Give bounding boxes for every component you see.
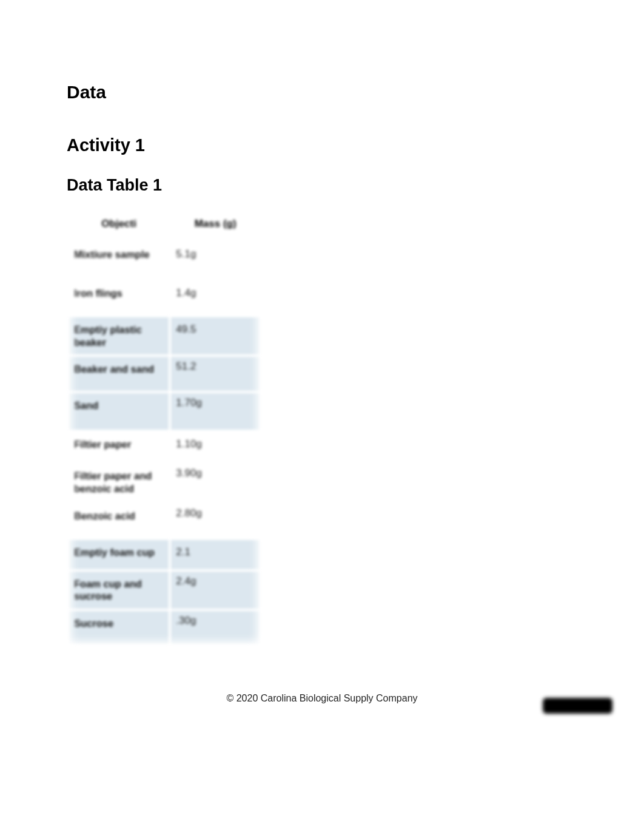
page-content: Data Activity 1 Data Table 1 Objecti Mas… xyxy=(0,0,644,646)
row-value: 2.4g xyxy=(171,572,260,609)
table-row: Foam cup and sucrose2.4g xyxy=(69,572,260,609)
table-body: Mixtiure sample5.1gIron flings1.4gEmptiy… xyxy=(69,242,260,644)
table-row: Filtier paper1.10g xyxy=(69,432,260,461)
table-row: Sucrose.30g xyxy=(69,611,260,644)
row-label: Filtier paper and benzoic acid xyxy=(69,464,169,501)
row-label: Mixtiure sample xyxy=(69,242,169,279)
table-row: Benzoic acid2.80g xyxy=(69,504,260,538)
row-value: 2.80g xyxy=(171,504,260,538)
table-row: Filtier paper and benzoic acid3.90g xyxy=(69,464,260,501)
row-label: Sand xyxy=(69,393,169,430)
row-label: Emptiy plastic beaker xyxy=(69,317,169,354)
row-label: Emptiy foam cup xyxy=(69,540,169,569)
row-value: .30g xyxy=(171,611,260,644)
row-label: Iron flings xyxy=(69,281,169,315)
redaction-box xyxy=(543,698,612,714)
row-value: 1.10g xyxy=(171,432,260,461)
row-value: 51.2 xyxy=(171,357,260,391)
table-row: Mixtiure sample5.1g xyxy=(69,242,260,279)
table-row: Beaker and sand51.2 xyxy=(69,357,260,391)
row-label: Sucrose xyxy=(69,611,169,644)
row-value: 49.5 xyxy=(171,317,260,354)
row-value: 3.90g xyxy=(171,464,260,501)
row-label: Beaker and sand xyxy=(69,357,169,391)
heading-table-title: Data Table 1 xyxy=(67,176,577,195)
row-label: Filtier paper xyxy=(69,432,169,461)
table-row: Iron flings1.4g xyxy=(69,281,260,315)
col-header-mass: Mass (g) xyxy=(171,208,260,240)
data-table: Objecti Mass (g) Mixtiure sample5.1gIron… xyxy=(67,206,262,646)
heading-data: Data xyxy=(67,82,577,103)
table-row: Emptiy foam cup2.1 xyxy=(69,540,260,569)
row-value: 1.4g xyxy=(171,281,260,315)
row-value: 1.70g xyxy=(171,393,260,430)
heading-activity: Activity 1 xyxy=(67,135,577,155)
row-label: Benzoic acid xyxy=(69,504,169,538)
data-table-wrap: Objecti Mass (g) Mixtiure sample5.1gIron… xyxy=(67,206,262,646)
col-header-object: Objecti xyxy=(69,208,169,240)
table-row: Emptiy plastic beaker49.5 xyxy=(69,317,260,354)
row-value: 5.1g xyxy=(171,242,260,279)
row-value: 2.1 xyxy=(171,540,260,569)
table-row: Sand1.70g xyxy=(69,393,260,430)
row-label: Foam cup and sucrose xyxy=(69,572,169,609)
